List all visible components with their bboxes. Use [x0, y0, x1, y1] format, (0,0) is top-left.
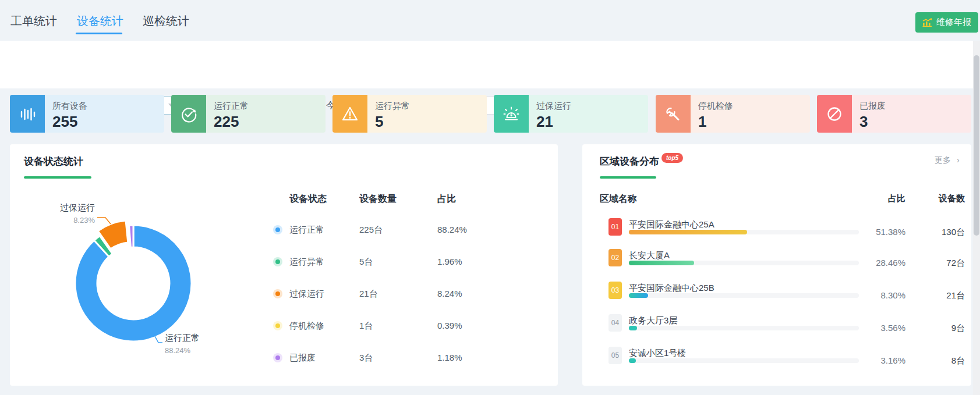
region-row: 02 长安大厦A 28.46% 72台 — [582, 249, 971, 278]
callout-percent: 8.23% — [37, 216, 95, 225]
stat-card-value: 5 — [375, 113, 410, 131]
status-cell: 过保运行 — [289, 289, 324, 300]
stat-card-out-of-warranty: 过保运行 21 — [494, 95, 648, 133]
device-statistics-dashboard: 工单统计 设备统计 巡检统计 维修年报 — [0, 0, 980, 395]
more-label: 更多 — [935, 155, 951, 165]
count-cell: 21台 — [359, 289, 378, 300]
donut-slice-已报废[interactable] — [129, 225, 133, 247]
active-tab-underline — [76, 33, 122, 34]
donut-callout-out-of-warranty: 过保运行 8.23% — [37, 202, 95, 225]
pct-cell: 8.24% — [437, 289, 462, 298]
device-status-panel-title: 设备状态统计 — [24, 155, 83, 168]
device-status-panel: 设备状态统计 过保运行 8.23% 运行正常 88.24% 设备状态 设备数量 … — [10, 144, 558, 386]
device-count: 21台 — [908, 290, 965, 301]
status-cell: 停机检修 — [289, 321, 324, 332]
stat-card-label: 运行正常 — [214, 101, 249, 112]
top5-badge: top5 — [661, 153, 683, 163]
legend-dot — [275, 355, 280, 360]
share-bar — [629, 261, 859, 265]
callout-leader-line — [97, 218, 111, 224]
check-refresh-icon — [171, 95, 206, 133]
callout-percent: 88.24% — [165, 346, 200, 355]
share-value: 3.56% — [827, 323, 905, 333]
alarm-siren-icon — [494, 95, 529, 133]
rank-badge: 01 — [608, 218, 622, 236]
no-entry-icon — [817, 95, 852, 133]
share-bar — [629, 293, 859, 298]
rank-badge: 03 — [608, 282, 622, 299]
equalizer-bars-icon — [10, 95, 45, 133]
stat-card-label: 过保运行 — [536, 101, 571, 112]
status-cell: 已报废 — [289, 353, 316, 364]
legend-dot — [275, 227, 280, 232]
stat-card-value: 255 — [52, 113, 87, 131]
stat-card-value: 3 — [859, 113, 886, 131]
trend-chart-icon — [922, 18, 932, 27]
rank-badge: 05 — [608, 347, 622, 364]
stat-card-label: 所有设备 — [52, 101, 87, 112]
share-bar — [629, 230, 859, 234]
legend-dot — [275, 323, 280, 328]
scrollbar-thumb[interactable] — [974, 55, 979, 236]
stat-card-all-devices: 所有设备 255 — [10, 95, 164, 133]
share-value: 51.38% — [827, 227, 905, 237]
region-name: 政务大厅3层 — [629, 315, 677, 326]
share-bar — [629, 358, 859, 363]
region-row: 01 平安国际金融中心25A 51.38% 130台 — [582, 218, 971, 247]
tab-device-stats[interactable]: 设备统计 — [77, 13, 123, 29]
stat-card-label: 停机检修 — [698, 101, 733, 112]
wrench-icon — [656, 95, 691, 133]
stat-card-value: 225 — [214, 113, 249, 131]
region-row: 05 安诚小区1号楼 3.16% 8台 — [582, 347, 971, 376]
column-header-device-count: 设备数量 — [359, 193, 397, 205]
region-distribution-panel: 区域设备分布 top5 更多 › 区域名称 占比 设备数 01 平安国际金融中心… — [582, 144, 971, 386]
title-underline — [24, 176, 91, 179]
filter-bar: 所有单位统计（默认） 2024年 本年 本月 本周 今天 点击选择时间范围 — [0, 41, 980, 88]
count-cell: 225台 — [359, 225, 383, 236]
region-row: 03 平安国际金融中心25B 8.30% 21台 — [582, 282, 971, 311]
stat-card-scrapped: 已报废 3 — [817, 95, 971, 133]
device-count: 130台 — [908, 227, 965, 238]
pct-cell: 1.96% — [437, 257, 462, 266]
share-value: 8.30% — [827, 290, 905, 300]
stat-card-label: 运行异常 — [375, 101, 410, 112]
stat-card-running-normal: 运行正常 225 — [171, 95, 326, 133]
device-count: 8台 — [908, 355, 965, 366]
maintenance-annual-report-button[interactable]: 维修年报 — [915, 12, 978, 33]
legend-dot — [275, 259, 280, 264]
donut-callout-running-normal: 运行正常 88.24% — [165, 333, 200, 355]
share-bar — [629, 326, 859, 330]
callout-label: 过保运行 — [37, 202, 95, 213]
region-panel-title: 区域设备分布 — [600, 155, 659, 168]
column-header-device-count: 设备数 — [908, 193, 965, 204]
column-header-share: 占比 — [827, 193, 905, 204]
count-cell: 3台 — [359, 353, 373, 364]
stat-card-value: 1 — [698, 113, 733, 131]
region-name: 平安国际金融中心25B — [629, 283, 714, 294]
status-cell: 运行正常 — [289, 225, 324, 236]
device-count: 9台 — [908, 323, 965, 334]
warning-triangle-icon — [332, 95, 367, 133]
share-value: 28.46% — [827, 258, 905, 268]
stat-card-shutdown-maintenance: 停机检修 1 — [656, 95, 810, 133]
title-underline — [600, 176, 656, 179]
pct-cell: 0.39% — [437, 321, 462, 330]
tab-inspection-stats[interactable]: 巡检统计 — [143, 13, 189, 29]
pct-cell: 1.18% — [437, 353, 462, 362]
count-cell: 5台 — [359, 257, 373, 268]
rank-badge: 04 — [608, 314, 622, 332]
pct-cell: 88.24% — [437, 225, 467, 234]
status-cell: 运行异常 — [289, 257, 324, 268]
column-header-region-name: 区域名称 — [600, 193, 637, 205]
more-link[interactable]: 更多 › — [935, 155, 960, 166]
tab-work-orders[interactable]: 工单统计 — [10, 13, 57, 29]
stat-card-running-abnormal: 运行异常 5 — [332, 95, 487, 133]
device-count: 72台 — [908, 258, 965, 269]
column-header-device-status: 设备状态 — [289, 193, 327, 205]
column-header-share: 占比 — [437, 193, 456, 205]
region-row: 04 政务大厅3层 3.56% 9台 — [582, 314, 971, 343]
legend-dot — [275, 291, 280, 296]
count-cell: 1台 — [359, 321, 373, 332]
stat-card-value: 21 — [536, 113, 571, 131]
callout-label: 运行正常 — [165, 333, 200, 344]
